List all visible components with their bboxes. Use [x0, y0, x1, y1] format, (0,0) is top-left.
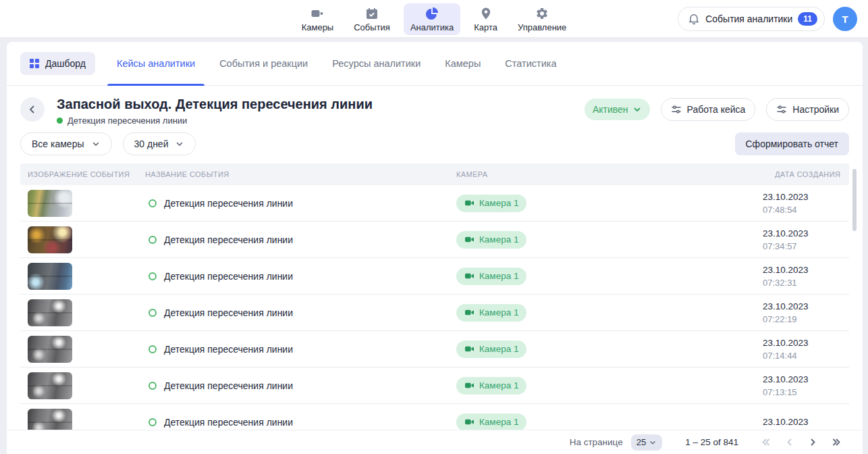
camera-badge[interactable]: Камера 1 [456, 377, 526, 395]
event-name-cell: Детекция пересечения линии [145, 234, 456, 245]
first-page-button[interactable] [759, 435, 773, 449]
event-thumbnail[interactable] [28, 372, 72, 399]
settings-button[interactable]: Настройки [766, 98, 849, 121]
dashboard-button-label: Дашборд [45, 58, 86, 69]
thumbnail-cell [28, 299, 145, 326]
table-row[interactable]: Детекция пересечения линии Камера 1 23.1… [20, 185, 849, 222]
case-subtitle-row: Детекция пересечения линии [57, 116, 585, 126]
settings-label: Настройки [792, 104, 839, 115]
dashboard-button[interactable]: Дашборд [20, 52, 95, 75]
camera-badge-label: Камера 1 [479, 271, 518, 281]
events-table-body: Детекция пересечения линии Камера 1 23.1… [20, 185, 849, 440]
tab-analytics-resources[interactable]: Ресурсы аналитики [320, 42, 433, 85]
camera-badge-label: Камера 1 [479, 198, 518, 208]
event-thumbnail[interactable] [28, 190, 72, 217]
generate-report-button[interactable]: Сформировать отчет [735, 132, 850, 155]
period-filter-dropdown[interactable]: 30 дней [123, 132, 196, 155]
column-header-camera: КАМЕРА [456, 170, 763, 178]
camera-badge[interactable]: Камера 1 [456, 268, 526, 285]
table-row[interactable]: Детекция пересечения линии Камера 1 23.1… [20, 368, 849, 404]
tab-analytics-cases[interactable]: Кейсы аналитики [105, 42, 207, 85]
gear-icon [535, 7, 549, 20]
case-work-button[interactable]: Работа кейса [661, 98, 756, 121]
nav-item-map[interactable]: Карта [467, 3, 504, 35]
camera-badge[interactable]: Камера 1 [456, 413, 526, 431]
chevron-right-icon [807, 436, 819, 448]
event-thumbnail[interactable] [28, 299, 72, 326]
event-name: Детекция пересечения линии [164, 307, 293, 318]
camera-badge-label: Камера 1 [479, 234, 518, 245]
event-date: 23.10.2023 [763, 373, 849, 386]
event-type-ring-icon [148, 309, 157, 317]
event-type-ring-icon [148, 345, 157, 353]
camera-filter-dropdown[interactable]: Все камеры [20, 132, 112, 155]
thumbnail-cell [28, 372, 145, 399]
pagination-range: 1 – 25 of 841 [685, 437, 738, 447]
case-subtitle: Детекция пересечения линии [67, 116, 187, 126]
event-name-cell: Детекция пересечения линии [145, 417, 456, 428]
event-date: 23.10.2023 [763, 227, 849, 240]
camera-cell: Камера 1 [456, 304, 763, 322]
nav-item-management[interactable]: Управление [511, 3, 573, 35]
event-date: 23.10.2023 [763, 415, 849, 428]
video-camera-icon [464, 234, 474, 245]
page-title: Запасной выход. Детекция пересечения лин… [57, 95, 585, 113]
thumbnail-cell [28, 263, 145, 290]
period-filter-label: 30 дней [134, 138, 169, 149]
tab-events-reactions[interactable]: События и реакции [207, 42, 320, 85]
section-tabs: Кейсы аналитики События и реакции Ресурс… [105, 42, 569, 85]
video-camera-icon [464, 417, 474, 427]
camera-cell: Камера 1 [456, 340, 763, 358]
tabs-row: Дашборд Кейсы аналитики События и реакци… [7, 42, 863, 86]
event-thumbnail[interactable] [28, 263, 72, 290]
camera-badge[interactable]: Камера 1 [456, 231, 526, 249]
event-name: Детекция пересечения линии [164, 344, 293, 355]
nav-item-events[interactable]: События [347, 3, 397, 35]
event-type-ring-icon [148, 199, 157, 207]
vertical-scrollbar[interactable] [852, 169, 857, 231]
table-row[interactable]: Детекция пересечения линии Камера 1 23.1… [20, 258, 849, 295]
prev-page-button[interactable] [782, 435, 796, 449]
event-thumbnail[interactable] [28, 226, 72, 253]
dashboard-grid-icon [30, 59, 39, 68]
table-row[interactable]: Детекция пересечения линии Камера 1 23.1… [20, 331, 849, 368]
event-name: Детекция пересечения линии [164, 234, 293, 245]
event-thumbnail[interactable] [28, 336, 72, 363]
event-time: 07:48:54 [763, 203, 849, 216]
arrow-left-icon [26, 103, 38, 116]
next-page-button[interactable] [806, 435, 820, 449]
table-row[interactable]: Детекция пересечения линии Камера 1 23.1… [20, 222, 849, 258]
camera-badge[interactable]: Камера 1 [456, 195, 526, 212]
camera-badge[interactable]: Камера 1 [456, 340, 526, 358]
status-dot [57, 118, 63, 124]
camera-badge-label: Камера 1 [479, 344, 518, 354]
camera-filter-label: Все камеры [32, 138, 84, 149]
column-header-date: ДАТА СОЗДАНИЯ [763, 170, 849, 179]
chevron-down-icon [649, 438, 657, 447]
pie-chart-icon [425, 7, 439, 20]
per-page-select[interactable]: 25 [631, 434, 662, 451]
video-camera-icon [464, 380, 474, 390]
avatar[interactable]: T [833, 7, 857, 31]
per-page-value: 25 [636, 437, 646, 447]
camera-badge[interactable]: Камера 1 [456, 304, 526, 322]
analytics-events-button[interactable]: События аналитики 11 [678, 7, 825, 31]
nav-item-analytics[interactable]: Аналитика [404, 3, 460, 35]
event-time: 07:22:19 [763, 313, 849, 326]
per-page-label: На странице [570, 437, 623, 447]
video-camera-icon [310, 7, 324, 20]
back-button[interactable] [20, 97, 45, 122]
nav-item-cameras[interactable]: Камеры [295, 3, 341, 35]
last-page-button[interactable] [830, 435, 844, 449]
camera-badge-label: Камера 1 [479, 307, 518, 318]
event-type-ring-icon [148, 418, 157, 426]
event-name: Детекция пересечения линии [164, 271, 293, 282]
table-row[interactable]: Детекция пересечения линии Камера 1 23.1… [20, 295, 849, 331]
tab-statistics[interactable]: Статистика [493, 42, 568, 85]
date-cell: 23.10.2023 07:48:54 [763, 191, 849, 216]
tab-cameras[interactable]: Камеры [433, 42, 493, 85]
event-name-cell: Детекция пересечения линии [145, 380, 456, 391]
status-dropdown[interactable]: Активен [585, 99, 650, 120]
column-header-image: ИЗОБРАЖЕНИЕ СОБЫТИЯ [28, 170, 145, 178]
top-bar: Камеры События Аналитика Карта Управлени… [0, 0, 868, 38]
